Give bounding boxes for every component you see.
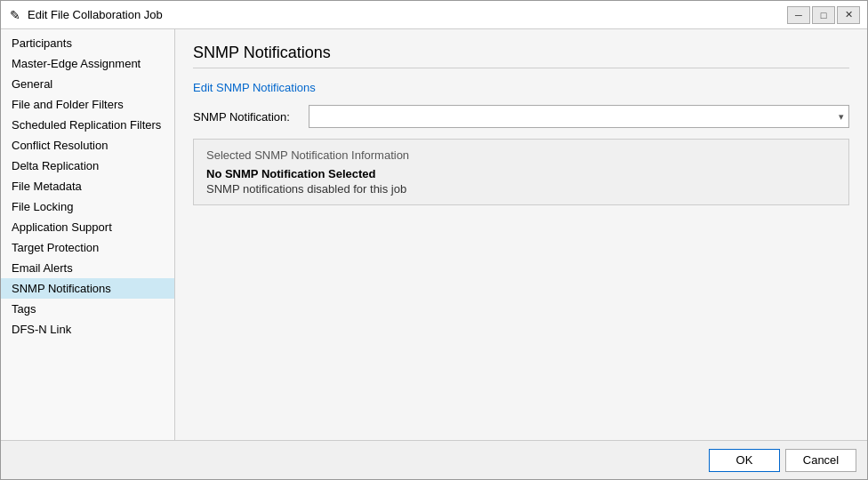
sidebar: ParticipantsMaster-Edge AssignmentGenera… — [1, 29, 175, 440]
edit-snmp-link[interactable]: Edit SNMP Notifications — [193, 81, 316, 94]
snmp-notification-dropdown[interactable] — [309, 105, 849, 128]
sidebar-item-file-locking[interactable]: File Locking — [1, 196, 174, 217]
title-bar: ✎ Edit File Collaboration Job ─ □ ✕ — [1, 1, 867, 29]
form-row: SNMP Notification: ▾ — [193, 105, 849, 128]
info-box-heading: No SNMP Notification Selected — [206, 167, 836, 180]
section-title: SNMP Notifications — [193, 44, 849, 68]
sidebar-item-file-folder-filters[interactable]: File and Folder Filters — [1, 94, 174, 115]
sidebar-item-snmp-notifications[interactable]: SNMP Notifications — [1, 278, 174, 299]
info-box-text: SNMP notifications disabled for this job — [206, 182, 836, 196]
title-bar-left: ✎ Edit File Collaboration Job — [8, 8, 163, 22]
content-area: ParticipantsMaster-Edge AssignmentGenera… — [1, 29, 867, 440]
sidebar-item-file-metadata[interactable]: File Metadata — [1, 176, 174, 196]
maximize-button[interactable]: □ — [812, 6, 835, 24]
sidebar-item-delta-replication[interactable]: Delta Replication — [1, 156, 174, 176]
sidebar-item-participants[interactable]: Participants — [1, 33, 174, 53]
sidebar-item-application-support[interactable]: Application Support — [1, 217, 174, 237]
ok-button[interactable]: OK — [709, 449, 780, 472]
footer: OK Cancel — [1, 440, 867, 479]
window-title: Edit File Collaboration Job — [28, 8, 163, 21]
cancel-button[interactable]: Cancel — [785, 449, 856, 472]
main-window: ✎ Edit File Collaboration Job ─ □ ✕ Part… — [0, 0, 868, 480]
dropdown-container: ▾ — [309, 105, 849, 128]
snmp-notification-label: SNMP Notification: — [193, 110, 309, 124]
sidebar-item-master-edge-assignment[interactable]: Master-Edge Assignment — [1, 53, 174, 74]
sidebar-item-general[interactable]: General — [1, 74, 174, 94]
minimize-button[interactable]: ─ — [787, 6, 810, 24]
sidebar-item-tags[interactable]: Tags — [1, 299, 174, 319]
info-box: Selected SNMP Notification Information N… — [193, 139, 849, 205]
window-icon: ✎ — [8, 8, 22, 22]
close-button[interactable]: ✕ — [837, 6, 860, 24]
sidebar-item-email-alerts[interactable]: Email Alerts — [1, 258, 174, 278]
sidebar-item-scheduled-replication-filters[interactable]: Scheduled Replication Filters — [1, 115, 174, 135]
sidebar-item-dfs-n-link[interactable]: DFS-N Link — [1, 319, 174, 340]
main-content: SNMP Notifications Edit SNMP Notificatio… — [175, 29, 867, 440]
window-controls: ─ □ ✕ — [787, 6, 860, 24]
sidebar-item-conflict-resolution[interactable]: Conflict Resolution — [1, 135, 174, 156]
sidebar-item-target-protection[interactable]: Target Protection — [1, 237, 174, 258]
info-box-title: Selected SNMP Notification Information — [206, 148, 836, 162]
